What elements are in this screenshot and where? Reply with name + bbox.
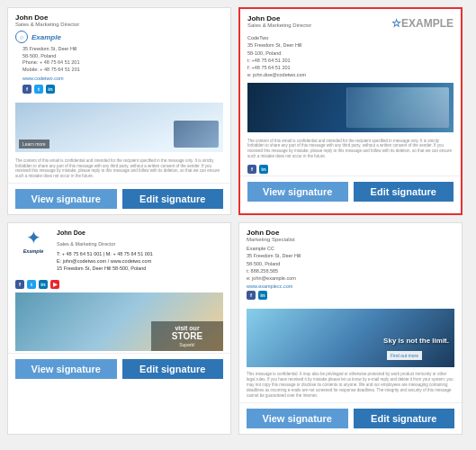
sig1-header: John Doe Sales & Marketing Director ○ Ex…	[8, 8, 230, 99]
view-signature-button-3[interactable]: View signature	[15, 359, 117, 379]
view-signature-button-4[interactable]: View signature	[247, 409, 348, 428]
sig4-image-btn[interactable]: Find out more	[387, 351, 422, 360]
sig3-image-text: visit ourSTORE Superb!	[151, 321, 223, 351]
sig2-logo-text: ☆EXAMPLE	[391, 17, 454, 30]
sig1-website: www.codetwo.com	[15, 74, 223, 83]
sig4-banner-image: Sky is not the limit. Find out more	[247, 309, 454, 367]
sig1-image-label: Learn more	[19, 140, 49, 148]
sig3-socials: f t in ▶	[8, 278, 230, 291]
sig2-footer: View signature Edit signature	[240, 176, 461, 207]
sig3-image-sub: Superb!	[179, 342, 195, 347]
signature-card-2: John Doe Sales & Marketing Director ☆EXA…	[238, 7, 463, 215]
sig2-logo: ☆EXAMPLE	[391, 14, 454, 31]
view-signature-button-2[interactable]: View signature	[247, 182, 348, 202]
sig1-footer: View signature Edit signature	[8, 183, 230, 214]
sig2-address: CodeTwo 35 Freedom St, Deer Hill 58-100,…	[240, 34, 461, 79]
sig1-person-title: Sales & Marketing Director	[15, 22, 223, 27]
sig1-socials: f t in	[15, 83, 223, 95]
edit-signature-button-2[interactable]: Edit signature	[354, 182, 454, 202]
sig1-logo: ○ Example	[15, 31, 223, 43]
twitter-icon-3: t	[27, 280, 36, 289]
sig1-person-name: John Doe	[15, 14, 223, 22]
edit-signature-button-4[interactable]: Edit signature	[354, 409, 455, 428]
signature-card-1: John Doe Sales & Marketing Director ○ Ex…	[7, 7, 231, 215]
sig3-footer: View signature Edit signature	[8, 353, 230, 384]
sig3-address: 15 Freedom St, Deer Hill 58-500, Poland	[57, 265, 153, 272]
view-signature-button-1[interactable]: View signature	[15, 189, 117, 209]
facebook-icon-2: f	[247, 165, 256, 174]
sig1-disclaimer: The content of this email is confidentia…	[8, 156, 230, 183]
sig4-body: John Doe Marketing Specialist Example CC…	[239, 223, 462, 307]
sig2-disclaimer: The content of this email is confidentia…	[240, 136, 461, 163]
sig1-banner-image: Learn more	[15, 103, 223, 152]
sig4-footer: View signature Edit signature	[239, 402, 462, 434]
facebook-icon-4: f	[247, 291, 256, 300]
twitter-icon: t	[34, 85, 43, 94]
sig4-image-headline: Sky is not the limit.	[383, 337, 449, 345]
sig1-company-name: Example	[31, 33, 61, 41]
sig4-person-title: Marketing Specialist	[247, 237, 454, 242]
signature-card-4: John Doe Marketing Specialist Example CC…	[238, 222, 463, 434]
sig4-person-name: John Doe	[247, 229, 454, 237]
sig1-address: 35 Freedom St, Deer Hill 58-500, Poland …	[15, 46, 223, 74]
sig3-phone: T: + 48 75 64 51 001 | M: + 48 75 64 51 …	[57, 250, 153, 257]
sig4-address: Example CC 35 Freedom St, Deer Hill 58-5…	[247, 245, 454, 282]
sig2-person-name: John Doe	[247, 14, 311, 22]
sig3-logo: ✦ Example	[15, 229, 51, 273]
sig3-star-icon: ✦	[26, 229, 41, 247]
sig3-body: ✦ Example John Doe Sales & Marketing Dir…	[8, 223, 230, 278]
sig3-person-name: John Doe	[57, 229, 153, 238]
sig2-banner: Your large BANNER. Learn more	[247, 83, 454, 132]
edit-signature-button-1[interactable]: Edit signature	[122, 189, 224, 209]
linkedin-icon-4: in	[258, 291, 267, 300]
sig2-person-title: Sales & Marketing Director	[247, 22, 311, 28]
sig2-socials: f in	[240, 163, 461, 176]
edit-signature-button-3[interactable]: Edit signature	[122, 359, 224, 379]
youtube-icon-3: ▶	[50, 280, 59, 289]
linkedin-icon-3: in	[39, 280, 48, 289]
sig4-socials: f in	[247, 289, 454, 302]
sig4-disclaimer: This message is confidential. It may als…	[239, 369, 462, 401]
facebook-icon-3: f	[15, 280, 24, 289]
linkedin-icon-2: in	[259, 165, 268, 174]
sig3-company-name: Example	[23, 248, 44, 254]
sig1-logo-icon: ○	[15, 31, 28, 43]
sig3-person-title: Sales & Marketing Director	[57, 240, 153, 248]
signature-card-3: ✦ Example John Doe Sales & Marketing Dir…	[7, 222, 231, 434]
sig3-person-info: John Doe Sales & Marketing Director T: +…	[57, 229, 153, 273]
sig2-person-info: John Doe Sales & Marketing Director	[247, 14, 311, 28]
sig3-banner-image: visit ourSTORE Superb!	[15, 292, 223, 351]
sig3-email: E: john@codetwo.com / www.codetwo.com	[57, 257, 153, 265]
linkedin-icon: in	[46, 85, 55, 94]
facebook-icon: f	[22, 85, 31, 94]
sig2-header: John Doe Sales & Marketing Director ☆EXA…	[240, 9, 461, 34]
